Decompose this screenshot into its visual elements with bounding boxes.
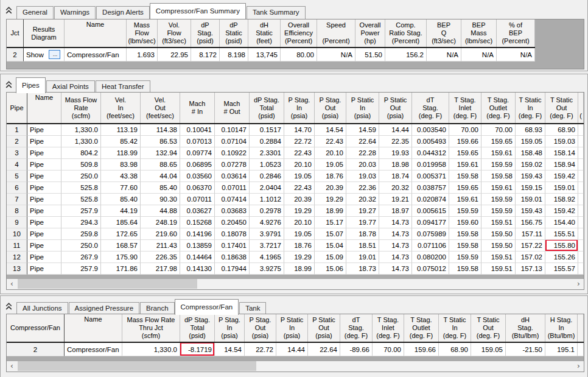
column-header-col15[interactable]	[578, 314, 584, 342]
row-header[interactable]: 2	[7, 48, 24, 62]
column-header-comp[interactable]: Comp. Ratio Stag. (Percent)	[385, 19, 427, 47]
column-header-mach[interactable]: Mach # Out	[215, 93, 250, 123]
collapse-panel-icon[interactable]	[4, 5, 13, 15]
column-header-name[interactable]: Name	[27, 93, 61, 123]
scrollbar-thumb[interactable]	[18, 361, 256, 371]
collapse-panel-icon[interactable]	[4, 80, 13, 89]
horizontal-scrollbar[interactable]: ‹›	[7, 361, 584, 372]
column-header-dt[interactable]: dT Stag. (deg. F)	[412, 93, 449, 123]
scroll-left-button[interactable]: ‹	[7, 361, 17, 371]
scroll-left-button[interactable]: ‹	[7, 279, 17, 289]
tab-tank[interactable]: Tank	[239, 302, 266, 315]
row-header[interactable]: 8	[7, 205, 27, 217]
column-header-bep[interactable]: BEP Mass (lbm/sec)	[461, 19, 497, 47]
column-header-dp[interactable]: dP Stag. (psid)	[191, 19, 220, 47]
cell: 22.72	[284, 136, 315, 147]
row-header[interactable]: 10	[7, 228, 27, 240]
column-header-p-stag[interactable]: P Stag. In (psia)	[284, 93, 315, 123]
column-header-p-stag[interactable]: P Stag. Out (psia)	[315, 93, 346, 123]
column-header-t-stag[interactable]: T Stag. Inlet (deg. F)	[373, 314, 404, 342]
column-header-vol[interactable]: Vol. Flow (ft3/sec)	[158, 19, 191, 47]
column-header-dt[interactable]: dT Stag. (deg. F)	[340, 314, 373, 342]
tab-branch[interactable]: Branch	[140, 302, 174, 315]
column-header-vel[interactable]: Vel. Out (feet/sec)	[141, 93, 180, 123]
column-header-dp-stag[interactable]: dP Stag. Total (psid)	[180, 314, 215, 342]
column-header-p-static[interactable]: P Static Out (psia)	[308, 314, 340, 342]
column-header-bep[interactable]: BEP Q (ft3/sec)	[427, 19, 461, 47]
row-header[interactable]: 4	[7, 159, 27, 171]
scroll-right-button[interactable]: ›	[573, 361, 584, 371]
cell: 158.48	[516, 147, 545, 159]
row-header[interactable]: 13	[7, 263, 27, 275]
row-header[interactable]: 1	[7, 124, 27, 136]
column-header-compressor-fan[interactable]: Compressor/Fan	[7, 314, 65, 342]
column-header-t-static[interactable]: T Static In (deg. F)	[439, 314, 471, 342]
column-header-t-static[interactable]: T Static In (deg. F)	[516, 93, 545, 123]
column-header-t-stag[interactable]: T Stag. Outlet (deg. F)	[404, 314, 439, 342]
table-row: 1Pipe1,330.0113.19114.380.100410.101470.…	[7, 124, 584, 136]
column-header-p-stag[interactable]: P Stag. Out (psia)	[245, 314, 276, 342]
cell: 158.92	[545, 194, 578, 205]
tab-assigned-pressure[interactable]: Assigned Pressure	[69, 302, 140, 315]
column-header-overall[interactable]: Overall Power (hp)	[355, 19, 385, 47]
tab-tank-summary[interactable]: Tank Summary	[247, 6, 306, 19]
column-header-pipe[interactable]: Pipe	[7, 93, 27, 123]
horizontal-scrollbar[interactable]: ‹›	[7, 278, 584, 289]
cell: 157.13	[516, 263, 545, 275]
column-header-of[interactable]: % of BEP (Percent)	[497, 19, 535, 47]
column-header-name[interactable]: Name	[65, 314, 122, 342]
row-header[interactable]: 9	[7, 217, 27, 228]
column-header-p-static[interactable]: P Static In (psia)	[346, 93, 379, 123]
column-header-mass[interactable]: Mass Flow (lbm/sec)	[127, 19, 158, 47]
column-header-col17[interactable]: (	[578, 93, 584, 123]
column-header-speed[interactable]: Speed (Percent)	[317, 19, 355, 47]
column-header-mass-flow-rate[interactable]: Mass Flow Rate Thru Jct (scfm)	[122, 314, 180, 342]
cell: Pipe	[27, 159, 61, 171]
column-header-mass-flow[interactable]: Mass Flow Rate (scfm)	[61, 93, 101, 123]
column-header-dh[interactable]: dH Static (feet)	[248, 19, 281, 47]
column-header-p-stag[interactable]: P Stag. In (psia)	[215, 314, 245, 342]
tab-heat-transfer[interactable]: Heat Transfer	[96, 80, 150, 93]
row-header[interactable]: 12	[7, 252, 27, 263]
cell: 44.04	[141, 171, 180, 182]
column-header-jct[interactable]: Jct	[7, 19, 24, 47]
column-header-p-static[interactable]: P Static In (psia)	[276, 314, 308, 342]
scroll-right-button[interactable]: ›	[573, 279, 584, 289]
column-header-name[interactable]: Name	[65, 19, 127, 47]
row-header[interactable]: 7	[7, 194, 27, 205]
cell: 44.19	[101, 205, 141, 217]
column-header-dh[interactable]: dH Stag. (Btu/lbm)	[506, 314, 545, 342]
tab-pipes[interactable]: Pipes	[16, 77, 46, 93]
column-header-p-static[interactable]: P Static Out (psia)	[379, 93, 412, 123]
column-header-t-stag[interactable]: T Stag. Outlet (deg. F)	[481, 93, 516, 123]
scrollbar-thumb[interactable]	[18, 279, 197, 289]
tab-compressor-fan[interactable]: Compressor/Fan	[175, 299, 239, 315]
tab-all-junctions[interactable]: All Junctions	[16, 302, 68, 315]
collapse-panel-icon[interactable]	[4, 301, 13, 311]
column-header-t-static[interactable]: T Static Out (deg. F)	[545, 93, 578, 123]
cell: 0.094177	[412, 217, 449, 228]
cell: Pipe	[27, 194, 61, 205]
column-header-t-stag[interactable]: T Stag. Inlet (deg. F)	[449, 93, 481, 123]
column-header-results[interactable]: Results Diagram	[24, 19, 65, 47]
column-header-t-static[interactable]: T Static Out (deg. F)	[471, 314, 506, 342]
row-header[interactable]: 3	[7, 147, 27, 159]
tab-warnings[interactable]: Warnings	[54, 6, 96, 19]
column-header-overall[interactable]: Overall Efficiency (Percent)	[281, 19, 317, 47]
row-header[interactable]: 11	[7, 240, 27, 252]
column-header-h-stag[interactable]: H Stag. In (Btu/lbm)	[545, 314, 578, 342]
tab-axial-points[interactable]: Axial Points	[46, 80, 95, 93]
column-header-dp-stag[interactable]: dP Stag. Total (psid)	[250, 93, 284, 123]
row-header[interactable]: 6	[7, 182, 27, 194]
row-header[interactable]: 2	[7, 343, 65, 356]
column-header-dp[interactable]: dP Static (psid)	[220, 19, 248, 47]
column-header-vel[interactable]: Vel. In (feet/sec)	[101, 93, 141, 123]
tab-design-alerts[interactable]: Design Alerts	[96, 6, 150, 19]
column-header-mach[interactable]: Mach # In	[180, 93, 215, 123]
row-header[interactable]: 5	[7, 171, 27, 182]
tab-compressor-fan-summary[interactable]: Compressor/Fan Summary	[150, 3, 246, 19]
row-header[interactable]: 2	[7, 136, 27, 147]
tab-general[interactable]: General	[16, 6, 54, 19]
results-diagram-ellipsis-button[interactable]: ...	[49, 50, 60, 59]
results-diagram-show-label: Show	[26, 51, 44, 58]
